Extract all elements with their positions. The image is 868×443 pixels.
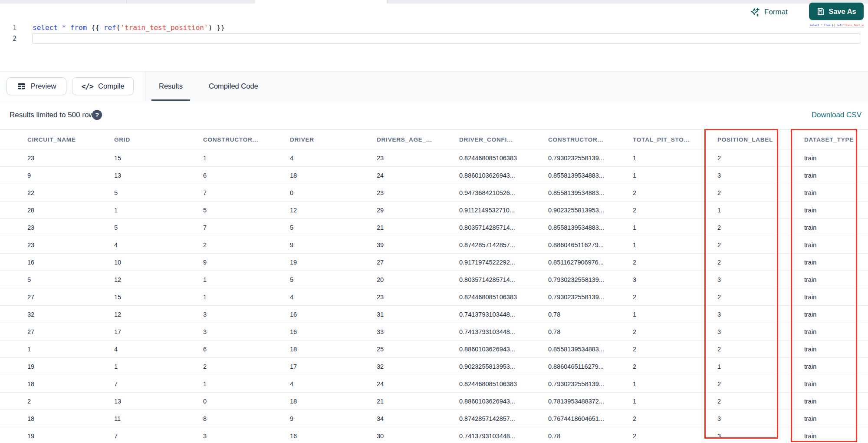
table-cell: train <box>799 341 868 358</box>
save-as-label: Save As <box>829 7 856 16</box>
table-cell: 23 <box>371 149 454 167</box>
table-cell: 5 <box>284 219 371 236</box>
table-cell: 2 <box>712 219 799 236</box>
table-cell: 17 <box>284 358 371 375</box>
table-cell: 0.8860103626943... <box>454 167 542 184</box>
table-cell: 1 <box>0 341 108 358</box>
table-cell: train <box>799 236 868 254</box>
table-cell: train <box>799 149 868 167</box>
table-cell: 4 <box>284 288 371 306</box>
tab-label: Compiled Code <box>209 82 258 90</box>
active-file-tab[interactable] <box>255 0 388 3</box>
save-icon <box>816 7 825 16</box>
table-cell: 4 <box>108 341 197 358</box>
table-cell: 0.7413793103448... <box>454 323 542 341</box>
table-cell: train <box>799 219 868 236</box>
table-cell: train <box>799 288 868 306</box>
format-button[interactable]: Format <box>750 4 788 20</box>
table-cell: 8 <box>197 410 284 427</box>
table-row: 23429390.8742857142857...0.8860465116279… <box>0 236 868 254</box>
code-token-plain: ( <box>116 23 121 32</box>
table-row: 191217320.9023255813953...0.886046511627… <box>0 358 868 375</box>
table-cell: 12 <box>284 202 371 219</box>
table-cell: 2 <box>627 288 712 306</box>
table-row: 281512290.9112149532710...0.902325581395… <box>0 202 868 219</box>
code-token-keyword: select <box>33 23 58 32</box>
preview-button[interactable]: Preview <box>7 77 66 95</box>
table-cell: 1 <box>627 236 712 254</box>
compile-button[interactable]: </> Compile <box>72 77 134 95</box>
table-row: 23575210.8035714285714...0.8558139534883… <box>0 219 868 236</box>
table-cell: 4 <box>284 149 371 167</box>
sql-code-line[interactable]: select * from {{ ref('train_test_positio… <box>33 23 225 33</box>
table-cell: 2 <box>712 288 799 306</box>
table-cell: 1 <box>712 202 799 219</box>
table-cell: 0.7674418604651... <box>542 410 627 427</box>
line-number-1: 1 <box>0 23 16 33</box>
table-cell: 7 <box>197 184 284 202</box>
save-as-button[interactable]: Save As <box>809 3 864 20</box>
table-cell: 0.8860465116279... <box>542 358 627 375</box>
compile-label: Compile <box>98 82 125 90</box>
table-cell: 1 <box>627 149 712 167</box>
table-cell: 0.824468085106383 <box>454 375 542 393</box>
column-header: CONSTRUCTOR... <box>542 130 627 149</box>
table-row: 2717316330.7413793103448...0.7823train <box>0 323 868 341</box>
table-cell: 23 <box>0 149 108 167</box>
column-header: GRID <box>108 130 197 149</box>
sparkles-icon <box>750 7 760 17</box>
code-token-plain <box>66 23 70 32</box>
table-cell: train <box>799 271 868 288</box>
table-cell: 18 <box>284 167 371 184</box>
table-cell: 1 <box>108 202 197 219</box>
tab-results[interactable]: Results <box>151 72 190 101</box>
table-row: 1610919270.9171974522292...0.85116279069… <box>0 254 868 271</box>
help-icon[interactable]: ? <box>92 110 102 120</box>
table-cell: train <box>799 427 868 443</box>
table-cell: 2 <box>627 323 712 341</box>
table-cell: 15 <box>108 149 197 167</box>
table-cell: 1 <box>627 393 712 410</box>
table-cell: 23 <box>371 288 454 306</box>
table-row: 3212316310.7413793103448...0.7813train <box>0 306 868 323</box>
code-token-keyword: select <box>810 23 819 26</box>
code-token-keyword: ref <box>836 23 841 26</box>
table-cell: 1 <box>627 167 712 184</box>
table-cell: 7 <box>108 427 197 443</box>
table-cell: 0.8558139534883... <box>542 219 627 236</box>
table-cell: 0.8860103626943... <box>454 393 542 410</box>
table-cell: 0.824468085106383 <box>454 288 542 306</box>
table-cell: 2 <box>712 149 799 167</box>
tab-compiled-code[interactable]: Compiled Code <box>201 72 266 101</box>
table-row: 231514230.8244680851063830.7930232558139… <box>0 149 868 167</box>
table-cell: 3 <box>712 323 799 341</box>
table-cell: 2 <box>712 184 799 202</box>
table-cell: 11 <box>108 410 197 427</box>
results-meta: Results limited to 500 rows. ? Download … <box>0 101 868 129</box>
table-cell: train <box>799 410 868 427</box>
table-cell: 0.9473684210526... <box>454 184 542 202</box>
table-cell: 5 <box>0 271 108 288</box>
table-cell: 33 <box>371 323 454 341</box>
code-token-keyword: ref <box>104 23 116 32</box>
table-cell: 2 <box>197 358 284 375</box>
code-icon: </> <box>81 82 93 91</box>
table-cell: 1 <box>627 219 712 236</box>
table-cell: 0.8860103626943... <box>454 341 542 358</box>
table-cell: 3 <box>712 167 799 184</box>
table-cell: 4 <box>284 375 371 393</box>
table-cell: 0.9023255813953... <box>454 358 542 375</box>
table-cell: 2 <box>712 254 799 271</box>
column-header: DRIVER_CONFI... <box>454 130 542 149</box>
table-cell: train <box>799 306 868 323</box>
table-cell: 0.9112149532710... <box>454 202 542 219</box>
download-csv-link[interactable]: Download CSV <box>812 111 861 119</box>
table-cell: 23 <box>0 236 108 254</box>
cursor-line-box[interactable] <box>32 33 860 44</box>
column-header: DATASET_TYPE <box>799 130 868 149</box>
column-header: TOTAL_PIT_STO... <box>627 130 712 149</box>
table-cell: 21 <box>371 393 454 410</box>
table-cell: 1 <box>197 149 284 167</box>
table-cell: 13 <box>108 393 197 410</box>
table-cell: 0.9023255813953... <box>542 202 627 219</box>
